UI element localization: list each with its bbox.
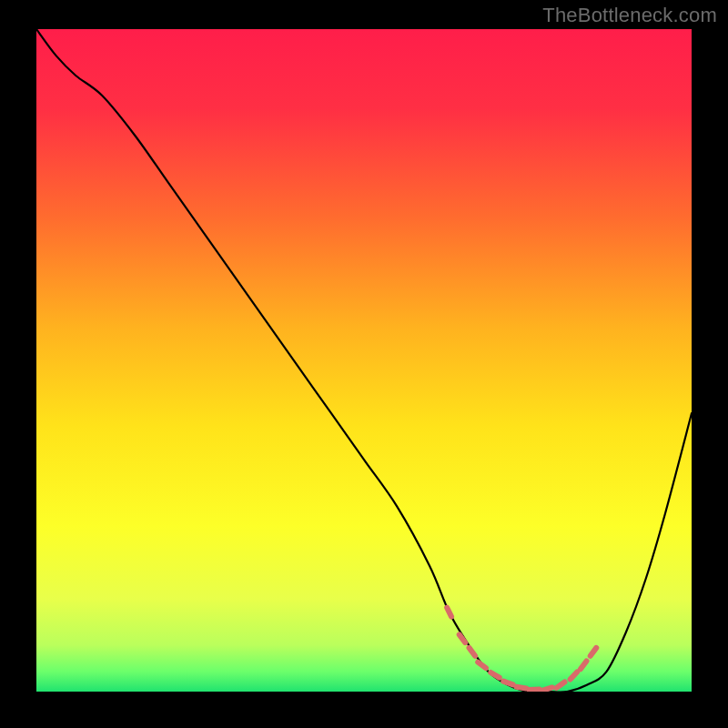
optimal-marker <box>557 682 565 688</box>
optimal-marker <box>460 634 466 642</box>
optimal-marker <box>470 648 476 656</box>
chart-container: TheBottleneck.com <box>0 0 728 728</box>
attribution-text: TheBottleneck.com <box>542 4 717 27</box>
optimal-marker <box>478 662 486 669</box>
optimal-marker <box>447 608 451 617</box>
bottleneck-curve-line <box>36 29 692 692</box>
plot-area <box>36 29 692 692</box>
optimal-marker <box>571 672 577 679</box>
optimal-range-markers <box>447 608 596 691</box>
optimal-marker <box>581 661 587 669</box>
optimal-marker <box>530 690 540 691</box>
optimal-marker <box>516 687 526 689</box>
optimal-marker <box>542 687 552 690</box>
optimal-marker <box>503 682 512 685</box>
optimal-marker <box>591 648 597 656</box>
optimal-marker <box>490 672 499 678</box>
curve-layer <box>36 29 692 692</box>
